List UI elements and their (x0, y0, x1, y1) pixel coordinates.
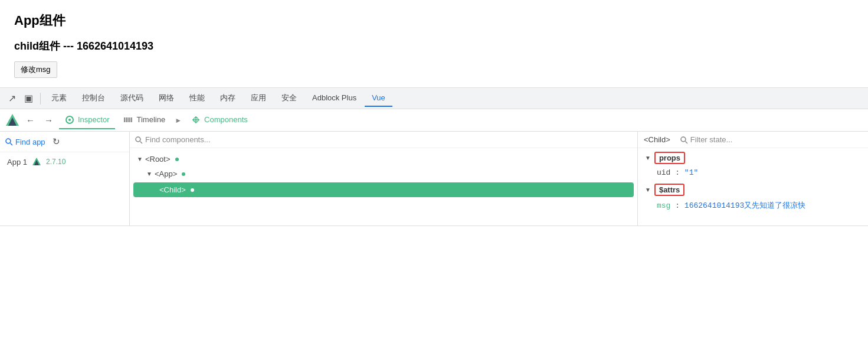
tab-inspector[interactable]: Inspector (59, 112, 115, 129)
comp-name-root: <Root> (145, 155, 171, 164)
tab-security[interactable]: 安全 (274, 89, 304, 108)
vue-toolbar: ← → Inspector Timeline ► Components (0, 109, 868, 132)
tab-network[interactable]: 网络 (152, 89, 181, 108)
tab-adblock[interactable]: Adblock Plus (305, 90, 363, 107)
filter-search-icon (680, 136, 688, 144)
find-components-row: Find components... (130, 132, 637, 148)
svg-rect-7 (129, 117, 130, 122)
component-tree: ▼ <Root> ▼ <App> <Child> (130, 148, 637, 202)
colon-separator: : (675, 168, 684, 177)
props-section-header: ▼ props (645, 152, 861, 164)
inspect-icon[interactable]: ▣ (21, 90, 37, 106)
left-panel: Find app ↻ App 1 2.7.10 (0, 132, 130, 225)
comp-name-app: <App> (155, 169, 177, 178)
timeline-icon (123, 115, 133, 125)
vue-version: 2.7.10 (46, 158, 65, 166)
tab-application[interactable]: 应用 (244, 89, 273, 108)
svg-rect-6 (127, 117, 129, 122)
tree-item-root[interactable]: ▼ <Root> (130, 152, 637, 166)
svg-line-19 (685, 141, 687, 143)
svg-line-13 (11, 143, 13, 146)
page-title: App组件 (14, 12, 854, 30)
comp-name-child: <Child> (159, 185, 186, 194)
timeline-label: Timeline (136, 115, 165, 124)
tab-components[interactable]: Components (185, 112, 254, 129)
svg-point-18 (681, 137, 686, 142)
tab-elements[interactable]: 元素 (44, 89, 74, 108)
find-app-row: Find app ↻ (0, 132, 129, 152)
tab-timeline[interactable]: Timeline (117, 112, 171, 129)
search-components-icon (135, 136, 143, 144)
triangle-icon: ▼ (137, 156, 143, 162)
filter-state-row: Filter state... (680, 135, 733, 144)
vue-logo-icon (5, 113, 20, 128)
tree-item-app[interactable]: ▼ <App> (130, 166, 637, 181)
components-icon (191, 115, 201, 125)
tab-console[interactable]: 控制台 (75, 89, 112, 108)
inspector-label: Inspector (78, 115, 109, 124)
msg-key: msg (657, 201, 670, 210)
app-label: App 1 (7, 158, 27, 166)
uid-state-row: uid : "1" (645, 166, 861, 179)
props-section: ▼ props uid : "1" (638, 148, 868, 182)
colon-separator2: : (675, 201, 684, 210)
child-tag-label: <Child> (644, 135, 670, 144)
props-triangle: ▼ (645, 155, 651, 161)
tree-item-child[interactable]: <Child> (133, 182, 634, 197)
svg-rect-5 (126, 117, 127, 122)
msg-attrs-row: msg : 1662641014193又先知道了很凉快 (645, 198, 861, 213)
find-components-placeholder: Find components... (145, 135, 211, 144)
modify-msg-button[interactable]: 修改msg (14, 61, 57, 78)
dot-indicator (175, 158, 179, 161)
main-panels: Find app ↻ App 1 2.7.10 Find components.… (0, 132, 868, 226)
svg-point-3 (68, 119, 71, 121)
inspector-icon (65, 115, 74, 125)
uid-value: "1" (684, 168, 698, 177)
attrs-triangle: ▼ (645, 187, 651, 193)
attrs-label: $attrs (654, 184, 684, 196)
tab-sources[interactable]: 源代码 (113, 89, 150, 108)
filter-state-label: Filter state... (690, 135, 733, 144)
refresh-button[interactable]: ↻ (50, 135, 63, 148)
props-label: props (654, 152, 685, 164)
tab-vue[interactable]: Vue (365, 90, 392, 107)
devtools-tabs-bar: ↗ ▣ 元素 控制台 源代码 网络 性能 内存 应用 安全 Adblock Pl… (0, 88, 868, 109)
chevron-icon: ► (173, 116, 183, 125)
attrs-section: ▼ $attrs msg : 1662641014193又先知道了很凉快 (638, 182, 868, 216)
right-panel-header: <Child> Filter state... (638, 132, 868, 148)
components-label: Components (204, 115, 248, 124)
dot-indicator (182, 172, 185, 176)
middle-panel: Find components... ▼ <Root> ▼ <App> <Chi… (130, 132, 638, 225)
svg-point-12 (6, 139, 11, 143)
cursor-icon[interactable]: ↗ (5, 90, 19, 106)
dot-indicator (191, 188, 194, 192)
svg-line-17 (140, 141, 143, 143)
tab-performance[interactable]: 性能 (182, 89, 212, 108)
page-subtitle: child组件 --- 1662641014193 (14, 39, 854, 53)
uid-key: uid (657, 168, 670, 177)
app-list-item[interactable]: App 1 2.7.10 (0, 152, 129, 171)
page-content-area: App组件 child组件 --- 1662641014193 修改msg (0, 0, 868, 88)
svg-rect-8 (131, 117, 132, 122)
vue-mini-logo-icon (32, 157, 41, 166)
forward-button[interactable]: → (41, 113, 57, 128)
tab-memory[interactable]: 内存 (213, 89, 243, 108)
right-panel: <Child> Filter state... ▼ props uid : "1… (638, 132, 868, 225)
msg-value: 1662641014193又先知道了很凉快 (684, 201, 805, 210)
svg-rect-4 (124, 117, 125, 122)
svg-point-16 (136, 137, 140, 142)
separator (40, 93, 41, 104)
find-app-button[interactable]: Find app (5, 138, 45, 146)
back-button[interactable]: ← (22, 113, 38, 128)
find-app-label: Find app (15, 138, 45, 146)
attrs-section-header: ▼ $attrs (645, 184, 861, 196)
triangle-icon: ▼ (146, 171, 152, 177)
search-icon (5, 138, 13, 146)
